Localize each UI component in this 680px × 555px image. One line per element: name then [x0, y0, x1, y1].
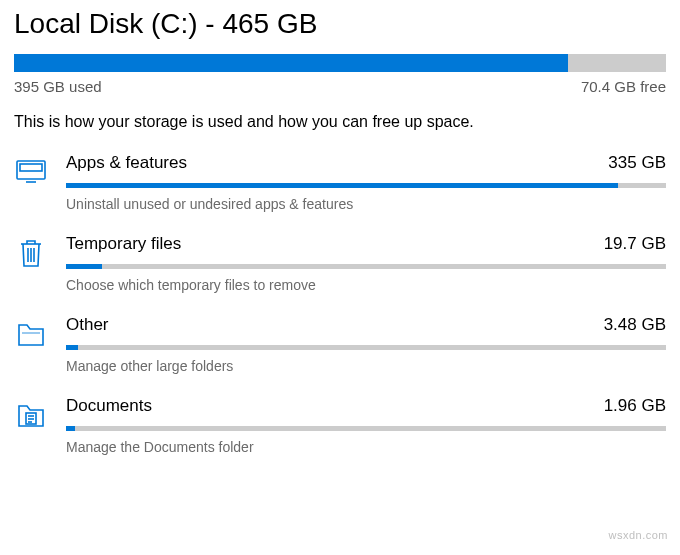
category-name: Other [66, 315, 109, 335]
category-apps-features[interactable]: Apps & features 335 GB Uninstall unused … [14, 153, 666, 212]
category-hint: Choose which temporary files to remove [66, 277, 666, 293]
category-size: 1.96 GB [604, 396, 666, 416]
category-bar [66, 426, 666, 431]
apps-icon [14, 155, 48, 189]
category-bar-fill [66, 264, 102, 269]
category-bar [66, 345, 666, 350]
category-size: 335 GB [608, 153, 666, 173]
page-title: Local Disk (C:) - 465 GB [14, 8, 666, 40]
trash-icon [14, 236, 48, 270]
category-bar-fill [66, 183, 618, 188]
disk-usage-bar [14, 54, 666, 72]
category-documents[interactable]: Documents 1.96 GB Manage the Documents f… [14, 396, 666, 455]
category-bar-fill [66, 345, 78, 350]
documents-icon [14, 398, 48, 432]
disk-usage-labels: 395 GB used 70.4 GB free [14, 78, 666, 95]
category-name: Apps & features [66, 153, 187, 173]
category-other[interactable]: Other 3.48 GB Manage other large folders [14, 315, 666, 374]
svg-rect-8 [20, 164, 42, 171]
category-bar [66, 264, 666, 269]
category-size: 3.48 GB [604, 315, 666, 335]
free-label: 70.4 GB free [581, 78, 666, 95]
category-hint: Uninstall unused or undesired apps & fea… [66, 196, 666, 212]
category-bar-fill [66, 426, 75, 431]
category-hint: Manage the Documents folder [66, 439, 666, 455]
watermark: wsxdn.com [608, 529, 668, 541]
disk-usage-bar-fill [14, 54, 568, 72]
used-label: 395 GB used [14, 78, 102, 95]
category-name: Temporary files [66, 234, 181, 254]
storage-description: This is how your storage is used and how… [14, 113, 666, 131]
category-temporary-files[interactable]: Temporary files 19.7 GB Choose which tem… [14, 234, 666, 293]
category-bar [66, 183, 666, 188]
category-size: 19.7 GB [604, 234, 666, 254]
category-hint: Manage other large folders [66, 358, 666, 374]
folder-icon [14, 317, 48, 351]
category-name: Documents [66, 396, 152, 416]
